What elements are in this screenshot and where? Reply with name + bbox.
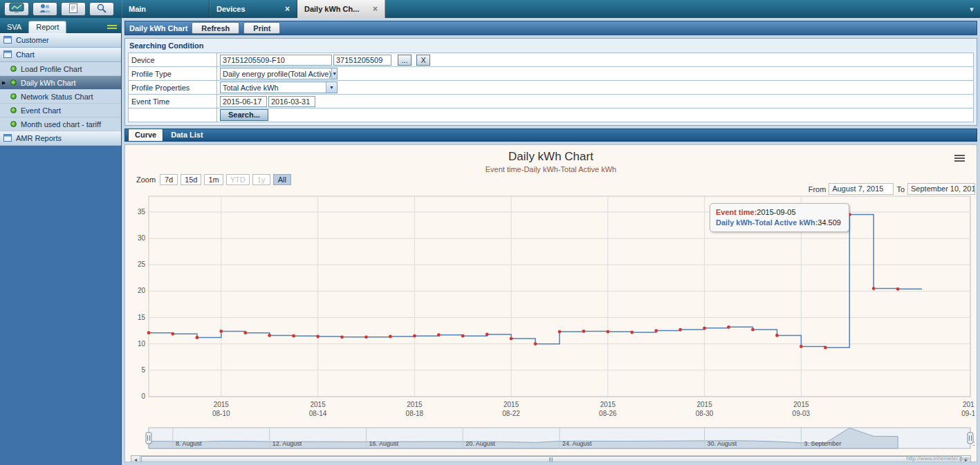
tree-item-daily-kwh-chart[interactable]: ▶ Daily kWh Chart bbox=[0, 76, 121, 90]
sidebar-tab-report[interactable]: Report bbox=[28, 21, 66, 33]
profile-type-select[interactable]: Daily energy profile(Total Active) ▼ bbox=[220, 68, 338, 79]
scrollbar-thumb[interactable] bbox=[141, 456, 961, 462]
data-point[interactable] bbox=[582, 330, 586, 333]
tree-header-chart[interactable]: Chart bbox=[0, 48, 121, 62]
data-point[interactable] bbox=[172, 332, 175, 336]
data-point[interactable] bbox=[751, 328, 755, 332]
leaf-icon bbox=[10, 93, 17, 99]
tooltip-line-1: Event time:2015-09-05 bbox=[716, 207, 843, 218]
data-point[interactable] bbox=[872, 287, 876, 290]
profile-type-label: Profile Type bbox=[129, 67, 217, 81]
refresh-button[interactable]: Refresh bbox=[192, 22, 239, 34]
data-point[interactable] bbox=[461, 334, 465, 338]
data-point[interactable] bbox=[340, 335, 344, 339]
home-button[interactable] bbox=[4, 2, 29, 16]
device-label: Device bbox=[129, 53, 217, 67]
data-point[interactable] bbox=[896, 287, 900, 291]
data-point[interactable] bbox=[389, 335, 392, 339]
data-point[interactable] bbox=[147, 331, 151, 334]
zoom-label: Zoom bbox=[136, 175, 156, 184]
close-icon[interactable]: × bbox=[285, 4, 290, 14]
zoom-button-7d[interactable]: 7d bbox=[160, 174, 178, 185]
close-icon[interactable]: × bbox=[373, 4, 378, 14]
tab-main[interactable]: Main bbox=[122, 0, 210, 18]
print-button[interactable]: Print bbox=[243, 22, 280, 34]
event-time-row: Event Time 2015-06-172016-03-31 bbox=[129, 95, 974, 108]
sidebar-tab-sva[interactable]: SVA bbox=[7, 23, 28, 33]
data-point[interactable] bbox=[799, 345, 803, 348]
navigator-handle-right[interactable] bbox=[968, 433, 973, 444]
search-icon bbox=[96, 3, 107, 15]
tree-header-amr-reports[interactable]: AMR Reports bbox=[0, 131, 121, 146]
navigator-label: 3. September bbox=[804, 440, 841, 447]
zoom-button-all[interactable]: All bbox=[273, 174, 291, 185]
y-axis-label: 30 bbox=[138, 234, 146, 242]
data-point[interactable] bbox=[824, 346, 827, 350]
scrollbar-track[interactable] bbox=[140, 455, 961, 462]
x-axis-label: 2015 bbox=[696, 401, 712, 408]
sidebar-menu-icon[interactable] bbox=[107, 25, 117, 33]
data-point[interactable] bbox=[534, 342, 537, 345]
data-point[interactable] bbox=[316, 335, 320, 339]
event-time-to-field[interactable]: 2016-03-31 bbox=[268, 96, 315, 107]
clear-device-button[interactable]: X bbox=[416, 55, 430, 66]
zoom-button-15d[interactable]: 15d bbox=[181, 174, 201, 185]
tree-item-event-chart[interactable]: Event Chart bbox=[0, 104, 121, 117]
data-point[interactable] bbox=[364, 335, 368, 339]
data-point[interactable] bbox=[268, 334, 271, 337]
tree-item-month-used-chart-tariff[interactable]: Month used chart - tariff bbox=[0, 117, 121, 131]
data-point[interactable] bbox=[243, 331, 247, 334]
tree-label: Load Profile Chart bbox=[21, 65, 82, 73]
data-point[interactable] bbox=[678, 328, 682, 332]
profile-properties-select[interactable]: Total Active kWh ▼ bbox=[220, 82, 338, 93]
scrollbar-left-button[interactable]: ◂ bbox=[131, 455, 140, 462]
data-point[interactable] bbox=[775, 334, 779, 337]
users-button[interactable] bbox=[33, 2, 57, 16]
tab-overflow-chevron-icon[interactable]: ▾ bbox=[963, 0, 980, 18]
event-time-from-field[interactable]: 2015-06-17 bbox=[220, 96, 267, 107]
data-point[interactable] bbox=[510, 337, 513, 341]
chart-export-menu-button[interactable] bbox=[952, 153, 967, 164]
browse-device-button[interactable]: ... bbox=[398, 55, 412, 66]
find-button[interactable] bbox=[89, 2, 114, 16]
data-point[interactable] bbox=[486, 333, 489, 336]
data-point[interactable] bbox=[703, 326, 706, 330]
search-button[interactable]: Search... bbox=[220, 109, 268, 121]
profile-type-row: Profile Type Daily energy profile(Total … bbox=[129, 67, 974, 81]
tree-item-network-status-chart[interactable]: Network Status Chart bbox=[0, 90, 121, 104]
data-point[interactable] bbox=[727, 325, 730, 329]
data-point[interactable] bbox=[654, 329, 658, 332]
credits-link[interactable]: http://www.inhemeter.com bbox=[906, 455, 970, 462]
tree-label: AMR Reports bbox=[16, 134, 62, 142]
data-point[interactable] bbox=[292, 334, 295, 338]
x-axis-label: 08-26 bbox=[599, 410, 617, 417]
tab-daily-kwh-chart[interactable]: Daily kWh Ch... × bbox=[297, 0, 385, 18]
chart-subtitle: Event time-Daily kWh-Total Active kWh bbox=[125, 165, 977, 173]
data-point[interactable] bbox=[219, 330, 223, 333]
tab-devices[interactable]: Devices × bbox=[210, 0, 297, 18]
profile-properties-row: Profile Properties Total Active kWh ▼ bbox=[129, 81, 974, 95]
sidebar-tabs: SVA Report bbox=[0, 18, 121, 33]
data-point[interactable] bbox=[630, 331, 634, 334]
data-point[interactable] bbox=[607, 330, 610, 334]
navigator-label: 24. August bbox=[562, 440, 592, 447]
view-tab-data-list[interactable]: Data List bbox=[165, 129, 209, 141]
view-tab-curve[interactable]: Curve bbox=[128, 129, 163, 141]
data-point[interactable] bbox=[413, 334, 416, 338]
x-axis-label: 08-18 bbox=[406, 410, 424, 417]
zoom-button-1y[interactable]: 1y bbox=[252, 174, 270, 185]
users-icon bbox=[38, 3, 52, 15]
tree-item-load-profile-chart[interactable]: Load Profile Chart bbox=[0, 62, 121, 76]
device-name-field[interactable]: 37151205509-F10 bbox=[220, 55, 332, 66]
device-id-field[interactable]: 37151205509 bbox=[333, 55, 391, 66]
data-point[interactable] bbox=[437, 333, 441, 336]
zoom-button-ytd[interactable]: YTD bbox=[226, 174, 250, 185]
navigator-handle-left[interactable] bbox=[146, 433, 151, 444]
navigator[interactable]: 8. August12. August16. August20. August2… bbox=[131, 426, 974, 455]
report-button[interactable] bbox=[61, 2, 86, 16]
zoom-button-1m[interactable]: 1m bbox=[204, 174, 223, 185]
chart-title: Daily kWh Chart bbox=[125, 150, 977, 164]
tree-header-customer[interactable]: Customer bbox=[0, 33, 121, 48]
data-point[interactable] bbox=[558, 330, 562, 334]
data-point[interactable] bbox=[196, 336, 199, 339]
